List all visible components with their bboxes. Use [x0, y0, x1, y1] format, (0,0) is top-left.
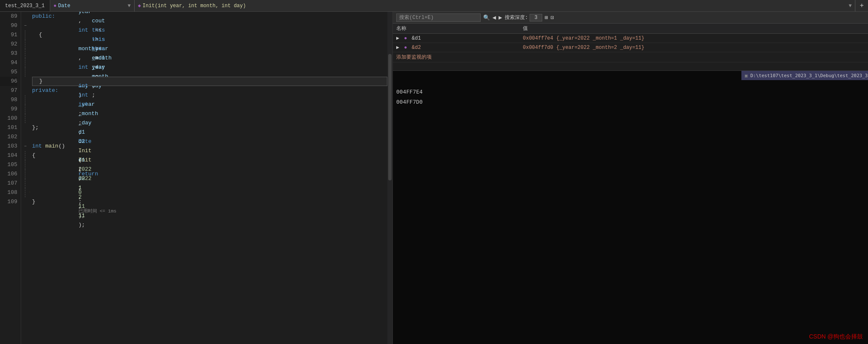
- collapse-btn-103[interactable]: −: [24, 144, 27, 149]
- memory-path: ▣: [745, 73, 750, 78]
- memory-address-1: 004FF7E4: [396, 87, 865, 97]
- watch-value: 0x004ff7d0 {_year=2022 _month=2 _day=11}: [519, 43, 868, 52]
- watch-row: ▶ ● &d1 0x004ff7e4 {_year=2022 _month=1 …: [393, 34, 868, 43]
- watch-value: 0x004ff7e4 {_year=2022 _month=1 _day=11}: [519, 34, 868, 43]
- func-dropdown-arrow: ▼: [849, 3, 852, 9]
- file-tab-label: test_2023_3_1: [5, 3, 45, 9]
- vertical-scrollbar[interactable]: [387, 12, 392, 344]
- col-name-header: 名称: [393, 24, 519, 34]
- scope-icon: ●: [54, 3, 57, 9]
- memory-title-bar: ▣ D:\test107\test_2023_3_1\Debug\test_20…: [741, 71, 868, 80]
- collapse-btn-90[interactable]: −: [24, 24, 27, 28]
- scope-label: Date: [58, 3, 70, 9]
- expand-icon[interactable]: ▶: [396, 35, 399, 41]
- nav-forward-button[interactable]: ▶: [498, 14, 502, 21]
- code-panel: 89 90 91 92 93 94 95 96 97 98 99 100 101…: [0, 12, 392, 344]
- func-icon: ◆: [138, 3, 141, 9]
- dropdown-arrow: ▼: [127, 3, 130, 9]
- obj-icon: ●: [404, 45, 407, 51]
- depth-value[interactable]: 3: [530, 14, 542, 22]
- debug-arrow: ➤: [30, 188, 30, 197]
- func-label: Init(int year, int month, int day): [143, 3, 246, 9]
- search-box[interactable]: 搜索(Ctrl+E): [396, 13, 481, 22]
- depth-label: 搜索深度:: [505, 14, 528, 21]
- line-numbers: 89 90 91 92 93 94 95 96 97 98 99 100 101…: [0, 12, 21, 344]
- memory-panel: ▣ D:\test107\test_2023_3_1\Debug\test_20…: [393, 71, 868, 344]
- watch-toolbar: 搜索(Ctrl+E) 🔍 ◀ ▶ 搜索深度: 3 ⊞ ⊡: [393, 12, 868, 24]
- watch-panel: 搜索(Ctrl+E) 🔍 ◀ ▶ 搜索深度: 3 ⊞ ⊡ 名称 值: [393, 12, 868, 71]
- right-panel: 搜索(Ctrl+E) 🔍 ◀ ▶ 搜索深度: 3 ⊞ ⊡ 名称 值: [392, 12, 868, 344]
- func-dropdown[interactable]: ◆ Init(int year, int month, int day) ▼: [135, 0, 856, 11]
- watch-name[interactable]: &d1: [412, 35, 421, 41]
- watch-name[interactable]: &d2: [412, 45, 421, 51]
- filter-icon[interactable]: ⊞: [545, 14, 548, 21]
- col-value-header: 值: [519, 24, 868, 34]
- code-content: 89 90 91 92 93 94 95 96 97 98 99 100 101…: [0, 12, 392, 344]
- depth-selector: 搜索深度: 3: [505, 14, 542, 22]
- memory-address-2: 004FF7D0: [396, 97, 865, 107]
- search-icon[interactable]: 🔍: [483, 14, 490, 21]
- obj-icon: ●: [404, 35, 407, 41]
- code-lines: public: void Init ( int year , int: [30, 12, 387, 344]
- fold-column: −: [21, 12, 30, 344]
- code-line-arrow: ➤ return 0 ; 已用时间 <= 1ms: [32, 188, 387, 197]
- watch-add-label[interactable]: 添加要监视的项: [393, 52, 868, 62]
- search-label: 搜索(Ctrl+E): [399, 14, 434, 21]
- main-layout: 89 90 91 92 93 94 95 96 97 98 99 100 101…: [0, 12, 868, 344]
- watermark: CSDN @狗也会择鼓: [809, 333, 863, 341]
- memory-path-text: D:\test107\test_2023_3_1\Debug\test_2023…: [750, 73, 868, 78]
- file-tab[interactable]: test_2023_3_1: [0, 0, 50, 11]
- expand-icon[interactable]: ▶: [396, 45, 399, 51]
- nav-back-button[interactable]: ◀: [492, 14, 496, 21]
- watch-row: ▶ ● &d2 0x004ff7d0 {_year=2022 _month=2 …: [393, 43, 868, 52]
- watch-table: 名称 值 ▶ ● &d1 0x004ff7e4 {_year=2022 _mon…: [393, 24, 868, 62]
- settings-icon[interactable]: ⊡: [551, 14, 554, 21]
- scope-dropdown[interactable]: ● Date ▼: [50, 0, 135, 11]
- watch-add-row[interactable]: 添加要监视的项: [393, 52, 868, 62]
- code-line: }: [32, 197, 387, 207]
- title-bar: test_2023_3_1 ● Date ▼ ◆ Init(int year, …: [0, 0, 868, 12]
- new-file-button[interactable]: +: [855, 0, 868, 11]
- scrollbar-thumb[interactable]: [388, 54, 392, 180]
